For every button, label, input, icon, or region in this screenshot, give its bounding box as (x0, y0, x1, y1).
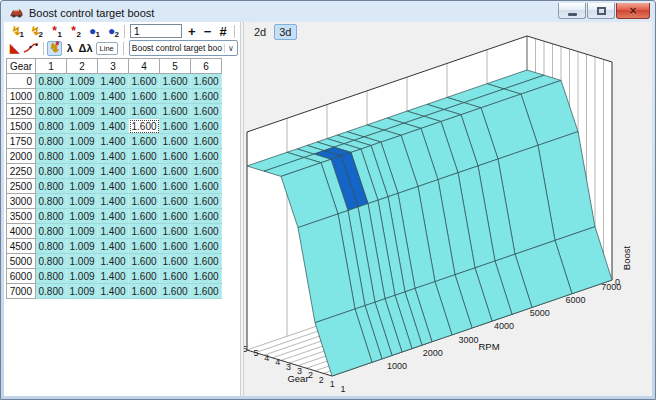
row-header[interactable]: 2500 (7, 179, 36, 194)
set-value-1-button[interactable]: ●1 (83, 24, 102, 39)
table-cell[interactable]: 1.600 (191, 104, 222, 119)
increment-1-button[interactable]: ↯1 (7, 24, 26, 39)
row-header[interactable]: 4500 (7, 239, 36, 254)
table-cell[interactable]: 1.600 (191, 209, 222, 224)
table-cell[interactable]: 1.600 (160, 104, 191, 119)
row-header[interactable]: 0 (7, 74, 36, 89)
line-button[interactable]: Line (96, 42, 118, 55)
col-header[interactable]: 1 (36, 59, 67, 74)
surface-plot[interactable]: 1000200030004000500060007000RPM554433221… (244, 32, 652, 392)
table-cell[interactable]: 1.009 (67, 164, 98, 179)
col-header[interactable]: 3 (98, 59, 129, 74)
row-header[interactable]: 1250 (7, 104, 36, 119)
table-cell[interactable]: 1.600 (129, 134, 160, 149)
table-cell[interactable]: 0.800 (36, 74, 67, 89)
table-cell[interactable]: 1.400 (98, 104, 129, 119)
table-cell[interactable]: 1.600 (129, 194, 160, 209)
table-cell[interactable]: 1.400 (98, 284, 129, 299)
table-cell[interactable]: 1.600 (191, 164, 222, 179)
lambda-button[interactable]: λ (62, 41, 77, 56)
step-value-input[interactable] (130, 24, 182, 38)
table-cell[interactable]: 1.600 (191, 179, 222, 194)
table-cell[interactable]: 1.600 (191, 134, 222, 149)
table-cell[interactable]: 1.009 (67, 284, 98, 299)
table-cell[interactable]: 0.800 (36, 134, 67, 149)
table-cell[interactable]: 0.800 (36, 104, 67, 119)
map-selector-dropdown[interactable]: Boost control target boo ∨ (129, 40, 238, 56)
tab-2d[interactable]: 2d (249, 24, 271, 40)
row-header[interactable]: 3500 (7, 209, 36, 224)
table-cell[interactable]: 1.009 (67, 254, 98, 269)
table-cell[interactable]: 0.800 (36, 209, 67, 224)
table-cell[interactable]: 1.600 (191, 254, 222, 269)
table-cell[interactable]: 1.600 (160, 209, 191, 224)
table-cell[interactable]: 1.600 (160, 179, 191, 194)
table-cell[interactable]: 1.400 (98, 269, 129, 284)
table-cell[interactable]: 1.600 (129, 119, 160, 134)
table-cell[interactable]: 1.400 (98, 239, 129, 254)
table-cell[interactable]: 1.400 (98, 74, 129, 89)
table-cell[interactable]: 1.600 (191, 269, 222, 284)
table-cell[interactable]: 1.600 (129, 179, 160, 194)
table-cell[interactable]: 1.600 (191, 74, 222, 89)
table-cell[interactable]: 1.600 (160, 269, 191, 284)
trace-button[interactable] (22, 41, 40, 56)
table-cell[interactable]: 1.600 (160, 134, 191, 149)
row-header[interactable]: 6000 (7, 269, 36, 284)
table-cell[interactable]: 1.400 (98, 89, 129, 104)
col-header[interactable]: 6 (191, 59, 222, 74)
table-cell[interactable]: 1.600 (160, 254, 191, 269)
table-cell[interactable]: 1.600 (160, 239, 191, 254)
table-cell[interactable]: 1.600 (191, 89, 222, 104)
col-header[interactable]: 5 (160, 59, 191, 74)
table-cell[interactable]: 1.600 (191, 119, 222, 134)
row-header[interactable]: 1000 (7, 89, 36, 104)
table-cell[interactable]: 1.600 (191, 194, 222, 209)
table-cell[interactable]: 1.600 (129, 269, 160, 284)
table-cell[interactable]: 0.800 (36, 269, 67, 284)
table-cell[interactable]: 1.400 (98, 224, 129, 239)
increment-2-button[interactable]: ↯2 (26, 24, 45, 39)
table-cell[interactable]: 1.600 (191, 149, 222, 164)
table-cell[interactable]: 0.800 (36, 89, 67, 104)
table-cell[interactable]: 1.600 (129, 254, 160, 269)
set-value-2-button[interactable]: ●2 (102, 24, 121, 39)
table-cell[interactable]: 1.600 (160, 74, 191, 89)
table-cell[interactable]: 1.400 (98, 164, 129, 179)
table-cell[interactable]: 1.009 (67, 119, 98, 134)
table-cell[interactable]: 1.009 (67, 194, 98, 209)
scale-2-button[interactable]: *2 (64, 24, 83, 39)
tab-3d[interactable]: 3d (274, 24, 296, 40)
table-cell[interactable]: 1.600 (160, 224, 191, 239)
table-cell[interactable]: 1.009 (67, 269, 98, 284)
scale-1-button[interactable]: *1 (45, 24, 64, 39)
table-cell[interactable]: 1.600 (129, 224, 160, 239)
decrease-button[interactable]: − (200, 24, 216, 39)
table-cell[interactable]: 1.009 (67, 224, 98, 239)
increase-button[interactable]: + (184, 24, 200, 39)
col-header[interactable]: 4 (129, 59, 160, 74)
table-cell[interactable]: 1.009 (67, 104, 98, 119)
row-header[interactable]: 1750 (7, 134, 36, 149)
table-cell[interactable]: 1.400 (98, 179, 129, 194)
row-header[interactable]: 4000 (7, 224, 36, 239)
table-cell[interactable]: 0.800 (36, 179, 67, 194)
table-cell[interactable]: 1.009 (67, 209, 98, 224)
titlebar[interactable]: Boost control target boost × (4, 1, 652, 22)
maximize-button[interactable] (587, 3, 615, 19)
table-cell[interactable]: 1.009 (67, 149, 98, 164)
bolt-asterisk-button[interactable]: ↯ * (47, 41, 62, 56)
table-cell[interactable]: 1.600 (160, 164, 191, 179)
table-cell[interactable]: 0.800 (36, 194, 67, 209)
delta-lambda-button[interactable]: Δλ (78, 41, 94, 56)
row-header[interactable]: 5000 (7, 254, 36, 269)
row-header[interactable]: 2000 (7, 149, 36, 164)
col-header[interactable]: 2 (67, 59, 98, 74)
table-cell[interactable]: 0.800 (36, 254, 67, 269)
table-cell[interactable]: 0.800 (36, 239, 67, 254)
table-cell[interactable]: 0.800 (36, 284, 67, 299)
table-cell[interactable]: 1.600 (160, 149, 191, 164)
minimize-button[interactable] (558, 3, 586, 19)
table-cell[interactable]: 1.600 (129, 74, 160, 89)
row-header[interactable]: 7000 (7, 284, 36, 299)
